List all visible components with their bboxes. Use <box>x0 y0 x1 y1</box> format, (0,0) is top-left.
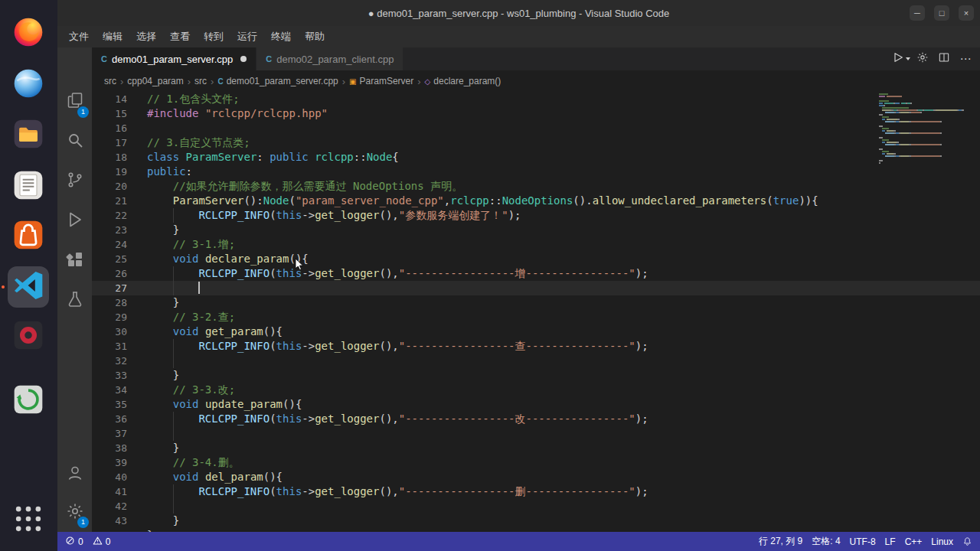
dock-vscode[interactable] <box>8 266 49 308</box>
line-number[interactable]: 22 <box>92 208 127 223</box>
code-line-38[interactable]: 38 } <box>92 441 980 455</box>
status-cursor-position[interactable]: 行 27, 列 9 <box>759 535 802 548</box>
line-number[interactable]: 23 <box>92 223 127 237</box>
menu-item-3[interactable]: 查看 <box>163 28 197 46</box>
code-line-16[interactable]: 16 <box>92 121 980 135</box>
dock-screen-recorder[interactable] <box>8 316 49 357</box>
breadcrumb-item-3[interactable]: Cdemo01_param_server.cpp <box>217 76 338 86</box>
titlebar[interactable]: ● demo01_param_server.cpp - ws01_plumbin… <box>57 0 980 26</box>
line-number[interactable]: 24 <box>92 237 127 252</box>
status-errors[interactable]: 0 <box>65 536 83 548</box>
code-line-36[interactable]: 36 RCLCPP_INFO(this->get_logger(),"-----… <box>92 412 980 426</box>
dock-firefox[interactable] <box>8 13 49 54</box>
code-line-15[interactable]: 15#include "rclcpp/rclcpp.hpp" <box>92 106 980 121</box>
line-number[interactable]: 39 <box>92 455 127 470</box>
dock-browser[interactable] <box>8 64 49 106</box>
notifications-bell-icon[interactable] <box>962 536 972 546</box>
dock-show-apps[interactable] <box>8 500 49 541</box>
line-number[interactable]: 31 <box>92 339 127 354</box>
breadcrumb-item-4[interactable]: ▣ParamServer <box>349 76 413 86</box>
code-line-31[interactable]: 31 RCLCPP_INFO(this->get_logger(),"-----… <box>92 339 980 354</box>
code-line-37[interactable]: 37 <box>92 426 980 441</box>
code-line-32[interactable]: 32 <box>92 354 980 368</box>
code-line-42[interactable]: 42 <box>92 499 980 514</box>
line-number[interactable]: 44 <box>92 528 127 532</box>
code-line-14[interactable]: 14// 1.包含头文件; <box>92 92 980 106</box>
status-indentation[interactable]: 空格: 4 <box>812 535 840 548</box>
line-number[interactable]: 35 <box>92 397 127 412</box>
code-line-23[interactable]: 23 } <box>92 223 980 237</box>
menu-item-5[interactable]: 运行 <box>230 28 264 46</box>
activity-testing[interactable] <box>57 281 92 321</box>
code-line-26[interactable]: 26 RCLCPP_INFO(this->get_logger(),"-----… <box>92 266 980 281</box>
code-line-22[interactable]: 22 RCLCPP_INFO(this->get_logger(),"参数服务端… <box>92 208 980 223</box>
code-line-21[interactable]: 21 ParamServer():Node("param_server_node… <box>92 194 980 208</box>
line-number[interactable]: 19 <box>92 165 127 179</box>
line-number[interactable]: 42 <box>92 499 127 514</box>
menu-item-1[interactable]: 编辑 <box>96 28 129 46</box>
activity-search[interactable] <box>57 122 92 161</box>
code-line-18[interactable]: 18class ParamServer: public rclcpp::Node… <box>92 150 980 165</box>
line-number[interactable]: 43 <box>92 514 127 528</box>
line-number[interactable]: 29 <box>92 310 127 324</box>
code-line-35[interactable]: 35 void update_param(){ <box>92 397 980 412</box>
activity-accounts[interactable] <box>57 455 92 494</box>
close-button[interactable]: × <box>959 5 974 21</box>
code-line-28[interactable]: 28 } <box>92 295 980 310</box>
line-number[interactable]: 40 <box>92 470 127 484</box>
line-number[interactable]: 41 <box>92 484 127 499</box>
activity-run-debug[interactable] <box>57 201 92 241</box>
status-warnings[interactable]: 0 <box>93 536 111 548</box>
activity-settings[interactable]: 1 <box>57 494 92 532</box>
activity-explorer[interactable]: 1 <box>57 82 92 122</box>
code-line-43[interactable]: 43 } <box>92 514 980 528</box>
line-number[interactable]: 18 <box>92 150 127 165</box>
status-eol[interactable]: LF <box>885 536 896 547</box>
code-line-27[interactable]: 27 <box>92 281 980 295</box>
line-number[interactable]: 20 <box>92 179 127 194</box>
maximize-button[interactable]: □ <box>934 5 949 21</box>
line-number[interactable]: 34 <box>92 383 127 397</box>
code-line-44[interactable]: 44} <box>92 528 980 532</box>
configure-button[interactable] <box>913 50 933 68</box>
line-number[interactable]: 17 <box>92 135 127 150</box>
code-line-40[interactable]: 40 void del_param(){ <box>92 470 980 484</box>
activity-extensions[interactable] <box>57 241 92 281</box>
code-line-39[interactable]: 39 // 3-4.删。 <box>92 455 980 470</box>
code-line-30[interactable]: 30 void get_param(){ <box>92 324 980 339</box>
menu-item-0[interactable]: 文件 <box>62 28 96 46</box>
menu-item-7[interactable]: 帮助 <box>298 28 332 46</box>
minimap[interactable] <box>879 93 966 165</box>
line-number[interactable]: 15 <box>92 106 127 121</box>
line-number[interactable]: 25 <box>92 252 127 266</box>
run-button[interactable] <box>891 50 911 68</box>
menu-item-6[interactable]: 终端 <box>264 28 298 46</box>
code-line-24[interactable]: 24 // 3-1.增; <box>92 237 980 252</box>
status-encoding[interactable]: UTF-8 <box>850 536 876 547</box>
line-number[interactable]: 14 <box>92 92 127 106</box>
line-number[interactable]: 33 <box>92 368 127 383</box>
code-line-25[interactable]: 25 void declare_param(){ <box>92 252 980 266</box>
line-number[interactable]: 28 <box>92 295 127 310</box>
dock-files[interactable] <box>8 115 49 156</box>
more-actions-button[interactable]: ⋯ <box>956 50 975 68</box>
line-number[interactable]: 27 <box>92 281 127 295</box>
breadcrumb-item-0[interactable]: src <box>104 76 116 86</box>
menu-item-2[interactable]: 选择 <box>129 28 163 46</box>
line-number[interactable]: 16 <box>92 121 127 135</box>
breadcrumb-item-5[interactable]: ◇declare_param() <box>425 76 501 86</box>
split-editor-button[interactable] <box>934 50 954 68</box>
code-line-41[interactable]: 41 RCLCPP_INFO(this->get_logger(),"-----… <box>92 484 980 499</box>
dock-sync-tool[interactable] <box>8 380 49 422</box>
dock-software-store[interactable] <box>8 216 49 257</box>
breadcrumb-item-2[interactable]: src <box>194 76 207 86</box>
status-language-mode[interactable]: C++ <box>905 536 923 547</box>
minimize-button[interactable]: ─ <box>910 5 925 21</box>
tab-0[interactable]: Cdemo01_param_server.cpp <box>92 47 256 70</box>
line-number[interactable]: 38 <box>92 441 127 455</box>
menu-item-4[interactable]: 转到 <box>197 28 230 46</box>
line-number[interactable]: 36 <box>92 412 127 426</box>
line-number[interactable]: 30 <box>92 324 127 339</box>
code-line-17[interactable]: 17// 3.自定义节点类; <box>92 135 980 150</box>
code-editor[interactable]: 14// 1.包含头文件;15#include "rclcpp/rclcpp.h… <box>92 92 980 532</box>
